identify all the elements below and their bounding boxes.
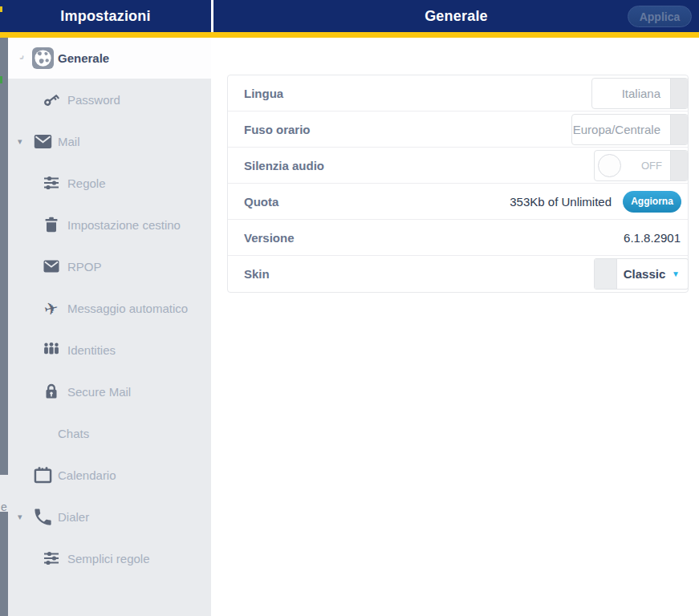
settings-table: Lingua Italiana Fuso orario Europa/Centr… [227,75,689,293]
trash-icon [42,215,61,234]
aggiorna-button[interactable]: Aggiorna [623,191,681,213]
setting-label: Silenzia audio [228,159,324,172]
setting-row-lingua: Lingua Italiana [228,75,688,111]
expand-caret-icon: ▾ [18,136,22,147]
version-value: 6.1.8.2901 [624,231,688,245]
sidebar-item-label: Messaggio automatico [67,302,188,315]
sidebar-item-regole[interactable]: Regole [8,162,211,204]
expand-caret-icon: ▾ [18,512,22,522]
settings-window: Impostazioni Generale Applica e › Genera… [0,0,699,616]
sidebar-title: Impostazioni [60,8,150,25]
fuso-orario-select[interactable]: Europa/Centrale [571,114,689,145]
select-value: Europa/Centrale [572,123,670,136]
select-value: Italiana [592,87,670,100]
apply-button[interactable]: Applica [628,6,692,27]
envelope-icon [32,131,54,152]
sidebar-item-label: Calendario [58,468,116,482]
setting-label: Lingua [228,87,283,100]
sidebar-item-semplici-regole[interactable]: Semplici regole [8,537,211,579]
sidebar-item-label: Generale [58,51,109,65]
select-grip [595,259,617,289]
sidebar-item-label: Chats [58,427,89,440]
skin-dropdown[interactable]: Classic ▼ [594,258,689,290]
people-icon [42,340,61,359]
select-grip [670,79,688,108]
page-title: Generale [425,8,488,25]
sidebar-item-impostazione-cestino[interactable]: Impostazione cestino [8,204,211,245]
sidebar-item-label: Impostazione cestino [67,218,181,232]
sidebar-item-mail[interactable]: ▾ Mail [8,120,211,162]
plane-icon: ✈ [42,298,61,318]
setting-row-silenzia-audio: Silenzia audio OFF [228,148,688,184]
underlay-green-mark [0,76,2,83]
sidebar-item-label: Mail [58,135,80,148]
sidebar-header: Impostazioni [0,0,211,32]
sidebar-item-rpop[interactable]: RPOP [8,245,211,287]
sliders-icon [42,549,61,568]
sidebar-item-label: Semplici regole [67,552,150,565]
settings-sidebar: › Generale Password ▾ Mail Regole [8,38,211,616]
sidebar-item-generale[interactable]: › Generale [8,38,211,79]
envelope-icon [42,257,61,276]
sidebar-item-label: Regole [67,176,106,190]
sidebar-item-password[interactable]: Password [8,79,211,120]
sidebar-item-label: Password [67,93,120,107]
sidebar-item-label: Identities [67,343,116,357]
globe-icon [32,47,54,69]
sidebar-item-dialer[interactable]: ▾ Dialer [8,496,211,537]
settings-content: Lingua Italiana Fuso orario Europa/Centr… [211,38,699,616]
content-header: Generale Applica [213,0,699,32]
setting-label: Fuso orario [228,123,311,136]
lock-icon [42,382,61,401]
sidebar-item-label: RPOP [67,260,102,274]
sidebar-item-messaggio-automatico[interactable]: ✈ Messaggio automatico [8,287,211,329]
sliders-icon [42,173,61,192]
phone-icon [32,506,54,528]
sidebar-item-label: Secure Mail [67,385,131,399]
setting-row-fuso-orario: Fuso orario Europa/Centrale [228,111,688,148]
setting-row-versione: Versione 6.1.8.2901 [228,220,688,256]
lingua-select[interactable]: Italiana [591,78,689,109]
key-icon [42,90,61,109]
sidebar-item-chats[interactable]: Chats [8,412,211,454]
sidebar-item-identities[interactable]: Identities [8,329,211,371]
toggle-state-label: OFF [641,160,662,172]
collapse-caret-icon: › [17,51,29,63]
dropdown-triangle-icon: ▼ [672,270,680,278]
silenzia-audio-toggle[interactable]: OFF [594,150,689,181]
setting-row-quota: Quota 353Kb of Unlimited Aggiorna [228,184,688,220]
setting-label: Skin [228,267,270,281]
calendar-icon [32,464,54,486]
sidebar-item-secure-mail[interactable]: Secure Mail [8,371,211,412]
setting-row-skin: Skin Classic ▼ [228,256,688,292]
setting-label: Versione [228,231,295,245]
setting-label: Quota [228,195,278,209]
underlay-partial-label: e [1,500,7,513]
quota-value: 353Kb of Unlimited [510,195,612,209]
toggle-knob [598,154,621,177]
select-grip [670,115,688,144]
underlay-yellow-tick [0,6,2,12]
top-bar: Impostazioni Generale Applica [0,0,699,32]
accent-bar [0,32,699,38]
sidebar-item-label: Dialer [58,510,89,524]
skin-value: Classic [617,267,672,281]
sidebar-item-calendario[interactable]: Calendario [8,454,211,496]
underlay-scrollbar-top [0,38,8,475]
select-grip [670,151,688,180]
